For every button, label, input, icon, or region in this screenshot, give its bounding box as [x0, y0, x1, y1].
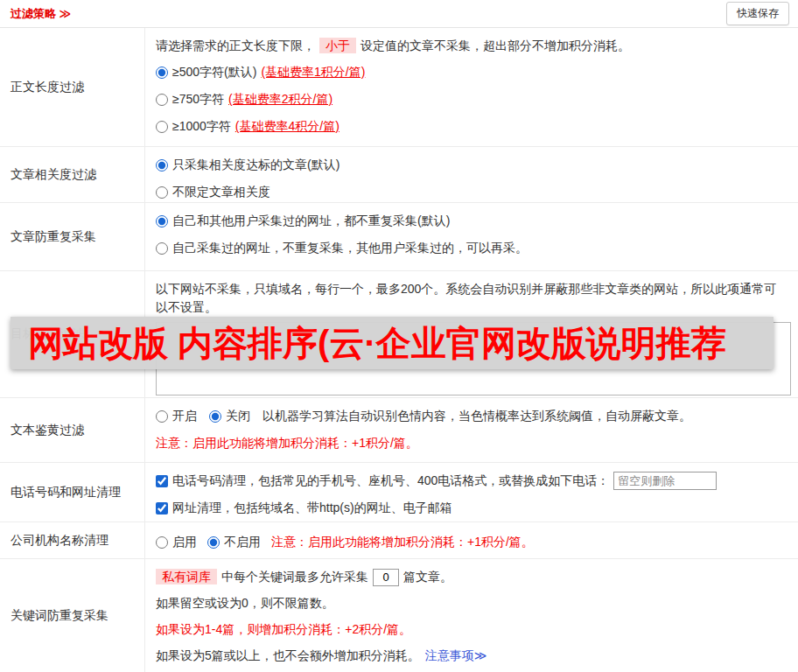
relevance-option-strict-label: 只采集相关度达标的文章(默认): [172, 156, 340, 174]
url-clean-option[interactable]: 网址清理，包括纯域名、带http(s)的网址、电子邮箱: [156, 499, 791, 517]
url-clean-checkbox[interactable]: [156, 502, 168, 514]
relevance-option-strict[interactable]: 只采集相关度达标的文章(默认): [156, 156, 791, 174]
row-company-clean: 公司机构名称清理 启用 不启用 注意：启用此功能将增加积分消耗：+1积分/篇。: [0, 522, 798, 559]
length-option-500-label: ≥500字符(默认): [172, 63, 256, 81]
length-option-1000-label: ≥1000字符: [172, 117, 231, 136]
phone-clean-option[interactable]: 电话号码清理，包括常见的手机号、座机号、400电话格式，或替换成如下电话：: [156, 472, 791, 490]
filter-strategy-page: 过滤策略 ≫ 快速保存 正文长度过滤 请选择需求的正文长度下限，小于设定值的文章…: [0, 0, 798, 672]
dedupe-option-self-only-label: 自己采集过的网址，不重复采集，其他用户采集过的，可以再采。: [172, 239, 528, 257]
keyword-note-five: 如果设为5篇或以上，也不会额外增加积分消耗。注意事项≫: [156, 647, 791, 665]
row-label: 公司机构名称清理: [0, 522, 145, 558]
company-option-off[interactable]: 不启用: [207, 533, 261, 551]
sites-desc-line2: 以不设置。: [156, 298, 791, 317]
quick-save-button[interactable]: 快速保存: [726, 2, 789, 25]
keyword-note-zero: 如果留空或设为0，则不限篇数。: [156, 594, 791, 612]
porn-options-line: 开启 关闭 以机器学习算法自动识别色情内容，当色情概率达到系统阈值，自动屏蔽文章…: [156, 407, 791, 425]
row-label: 正文长度过滤: [0, 28, 145, 146]
row-content: 请选择需求的正文长度下限，小于设定值的文章不采集，超出部分不增加积分消耗。 ≥5…: [145, 28, 798, 146]
length-option-1000-fee: (基础费率4积分/篇): [235, 117, 340, 136]
phone-clean-label: 电话号码清理，包括常见的手机号、座机号、400电话格式，或替换成如下电话：: [172, 472, 609, 490]
porn-option-off[interactable]: 关闭: [209, 407, 250, 425]
dedupe-option-all-users[interactable]: 自己和其他用户采集过的网址，都不重复采集(默认): [156, 212, 791, 230]
keyword-note-five-text: 如果设为5篇或以上，也不会额外增加积分消耗。: [156, 648, 420, 662]
row-label: 文本鉴黄过滤: [0, 398, 145, 462]
row-label: 文章相关度过滤: [0, 147, 145, 202]
row-label: 电话号码和网址清理: [0, 463, 145, 522]
keyword-note-cost: 如果设为1-4篇，则增加积分消耗：+2积分/篇。: [156, 620, 791, 639]
length-option-1000[interactable]: ≥1000字符 (基础费率4积分/篇): [156, 117, 791, 136]
porn-option-off-label: 关闭: [226, 407, 250, 425]
porn-option-on-label: 开启: [172, 407, 197, 425]
length-intro: 请选择需求的正文长度下限，小于设定值的文章不采集，超出部分不增加积分消耗。: [156, 37, 791, 55]
length-option-750[interactable]: ≥750字符 (基础费率2积分/篇): [156, 90, 791, 108]
porn-radio-off[interactable]: [209, 410, 221, 423]
row-phone-url-clean: 电话号码和网址清理 电话号码清理，包括常见的手机号、座机号、400电话格式，或替…: [0, 463, 798, 522]
row-dedupe-filter: 文章防重复采集 自己和其他用户采集过的网址，都不重复采集(默认) 自己采集过的网…: [0, 203, 798, 271]
row-content: 自己和其他用户采集过的网址，都不重复采集(默认) 自己采集过的网址，不重复采集，…: [145, 203, 798, 270]
top-bar: 过滤策略 ≫ 快速保存: [0, 0, 798, 28]
company-radio-off[interactable]: [207, 536, 220, 549]
row-content: 启用 不启用 注意：启用此功能将增加积分消耗：+1积分/篇。: [145, 522, 798, 558]
company-option-off-label: 不启用: [224, 533, 261, 551]
row-label: 关键词防重复采集: [0, 559, 145, 672]
porn-radio-on[interactable]: [156, 410, 168, 423]
keyword-limit-line: 私有词库中每个关键词最多允许采集篇文章。: [156, 568, 791, 586]
relevance-radio-strict[interactable]: [156, 159, 168, 172]
relevance-option-any[interactable]: 不限定文章相关度: [156, 183, 791, 201]
phone-clean-checkbox[interactable]: [156, 475, 168, 487]
porn-cost-note: 注意：启用此功能将增加积分消耗：+1积分/篇。: [156, 434, 791, 452]
relevance-radio-any[interactable]: [156, 186, 168, 199]
watermark-text: 网站改版 内容排序(云·企业官网改版说明推荐: [28, 319, 726, 368]
length-option-750-label: ≥750字符: [172, 90, 224, 108]
private-lexicon-highlight: 私有词库: [156, 569, 217, 584]
notice-link[interactable]: 注意事项≫: [425, 648, 487, 662]
sites-desc-line1: 以下网站不采集，只填域名，每行一个，最多200个。系统会自动识别并屏蔽那些非文章…: [156, 280, 791, 298]
row-content: 私有词库中每个关键词最多允许采集篇文章。 如果留空或设为0，则不限篇数。 如果设…: [145, 559, 798, 672]
company-cost-note: 注意：启用此功能将增加积分消耗：+1积分/篇。: [271, 535, 534, 550]
keyword-limit-mid: 中每个关键词最多允许采集: [221, 570, 368, 584]
replacement-phone-input[interactable]: [613, 472, 717, 490]
length-option-500[interactable]: ≥500字符(默认) (基础费率1积分/篇): [156, 63, 791, 81]
row-content: 开启 关闭 以机器学习算法自动识别色情内容，当色情概率达到系统阈值，自动屏蔽文章…: [145, 398, 798, 462]
company-radio-on[interactable]: [156, 536, 168, 549]
page-title[interactable]: 过滤策略 ≫: [10, 6, 71, 22]
length-option-500-fee: (基础费率1积分/篇): [261, 63, 365, 81]
watermark-banner: 网站改版 内容排序(云·企业官网改版说明推荐: [10, 317, 774, 369]
keyword-limit-input[interactable]: [373, 569, 399, 586]
row-porn-filter: 文本鉴黄过滤 开启 关闭 以机器学习算法自动识别色情内容，当色情概率达到系统阈值…: [0, 398, 798, 463]
company-option-on-label: 启用: [172, 533, 197, 551]
porn-desc: 以机器学习算法自动识别色情内容，当色情概率达到系统阈值，自动屏蔽文章。: [262, 407, 691, 425]
length-intro-pre: 请选择需求的正文长度下限，: [156, 38, 315, 52]
dedupe-option-self-only[interactable]: 自己采集过的网址，不重复采集，其他用户采集过的，可以再采。: [156, 239, 791, 257]
porn-option-on[interactable]: 开启: [156, 407, 197, 425]
row-content: 只采集相关度达标的文章(默认) 不限定文章相关度: [145, 147, 798, 202]
length-radio-500[interactable]: [156, 66, 168, 79]
row-label: 文章防重复采集: [0, 203, 145, 270]
dedupe-radio-all-users[interactable]: [156, 215, 168, 228]
length-radio-750[interactable]: [156, 94, 168, 106]
length-intro-post: 设定值的文章不采集，超出部分不增加积分消耗。: [360, 38, 630, 52]
relevance-option-any-label: 不限定文章相关度: [172, 183, 270, 201]
row-keyword-dedupe: 关键词防重复采集 私有词库中每个关键词最多允许采集篇文章。 如果留空或设为0，则…: [0, 559, 798, 672]
url-clean-label: 网址清理，包括纯域名、带http(s)的网址、电子邮箱: [172, 499, 452, 517]
row-relevance-filter: 文章相关度过滤 只采集相关度达标的文章(默认) 不限定文章相关度: [0, 147, 798, 203]
length-option-750-fee: (基础费率2积分/篇): [228, 90, 332, 108]
length-radio-1000[interactable]: [156, 121, 168, 133]
row-content: 电话号码清理，包括常见的手机号、座机号、400电话格式，或替换成如下电话： 网址…: [145, 463, 798, 522]
company-option-on[interactable]: 启用: [156, 533, 197, 551]
keyword-limit-post: 篇文章。: [403, 570, 452, 584]
less-than-highlight: 小于: [319, 38, 356, 53]
dedupe-radio-self-only[interactable]: [156, 242, 168, 255]
dedupe-option-all-users-label: 自己和其他用户采集过的网址，都不重复采集(默认): [172, 212, 450, 230]
row-body-length-filter: 正文长度过滤 请选择需求的正文长度下限，小于设定值的文章不采集，超出部分不增加积…: [0, 28, 798, 147]
